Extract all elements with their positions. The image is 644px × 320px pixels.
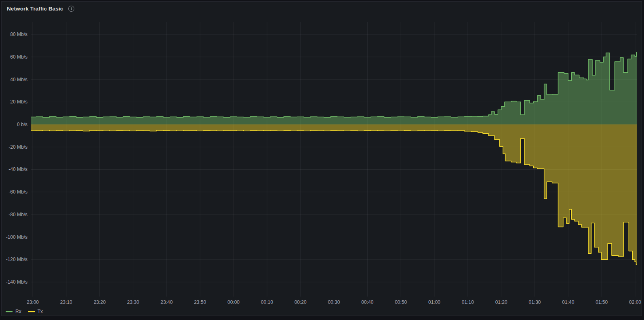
y-tick-label: 40 Mb/s — [10, 77, 27, 82]
grafana-panel: Network Traffic Basic i 80 Mb/s60 Mb/s40… — [1, 1, 642, 316]
rx-series-area — [29, 52, 637, 124]
x-tick-label: 01:00 — [428, 299, 440, 305]
x-tick-label: 23:10 — [60, 299, 72, 305]
x-tick-label: 23:30 — [127, 299, 139, 305]
x-tick-label: 01:10 — [462, 299, 474, 305]
x-tick-label: 01:50 — [596, 299, 608, 305]
tx-series-area — [29, 124, 637, 265]
x-tick-label: 00:30 — [328, 299, 340, 305]
timeseries-chart[interactable]: 80 Mb/s60 Mb/s40 Mb/s20 Mb/s0 b/s-20 Mb/… — [2, 2, 642, 316]
x-tick-label: 23:50 — [194, 299, 206, 305]
y-tick-label: 60 Mb/s — [10, 54, 27, 60]
x-tick-label: 00:10 — [261, 299, 273, 305]
chart-canvas[interactable]: 80 Mb/s60 Mb/s40 Mb/s20 Mb/s0 b/s-20 Mb/… — [2, 2, 642, 316]
y-tick-label: 80 Mb/s — [10, 32, 27, 37]
y-tick-label: -20 Mb/s — [8, 144, 27, 150]
rx-series-swatch — [6, 311, 13, 312]
legend-label-rx: Rx — [15, 309, 21, 314]
x-tick-label: 23:40 — [160, 299, 173, 305]
y-tick-label: 20 Mb/s — [10, 99, 27, 105]
y-tick-label: 0 b/s — [17, 122, 27, 127]
x-tick-label: 00:00 — [227, 299, 240, 305]
x-tick-label: 00:40 — [361, 299, 373, 305]
x-tick-label: 23:20 — [94, 299, 106, 305]
x-tick-label: 00:50 — [395, 299, 407, 305]
x-tick-label: 01:30 — [528, 299, 541, 305]
y-tick-label: -120 Mb/s — [6, 257, 27, 262]
tx-series-swatch — [28, 311, 35, 312]
chart-legend: Rx Tx — [6, 308, 43, 315]
y-tick-label: -100 Mb/s — [6, 234, 27, 240]
x-tick-label: 23:00 — [27, 299, 39, 305]
x-tick-label: 01:20 — [495, 299, 507, 305]
x-tick-label: 00:20 — [295, 299, 307, 305]
x-tick-label: 02:00 — [629, 299, 641, 305]
y-tick-label: -140 Mb/s — [6, 279, 27, 285]
y-tick-label: -60 Mb/s — [8, 189, 27, 195]
y-tick-label: -80 Mb/s — [8, 212, 27, 217]
x-tick-label: 01:40 — [562, 299, 574, 305]
y-tick-label: -40 Mb/s — [8, 166, 27, 172]
legend-label-tx: Tx — [38, 309, 43, 314]
legend-item-rx[interactable]: Rx — [6, 309, 21, 314]
legend-item-tx[interactable]: Tx — [28, 309, 43, 314]
